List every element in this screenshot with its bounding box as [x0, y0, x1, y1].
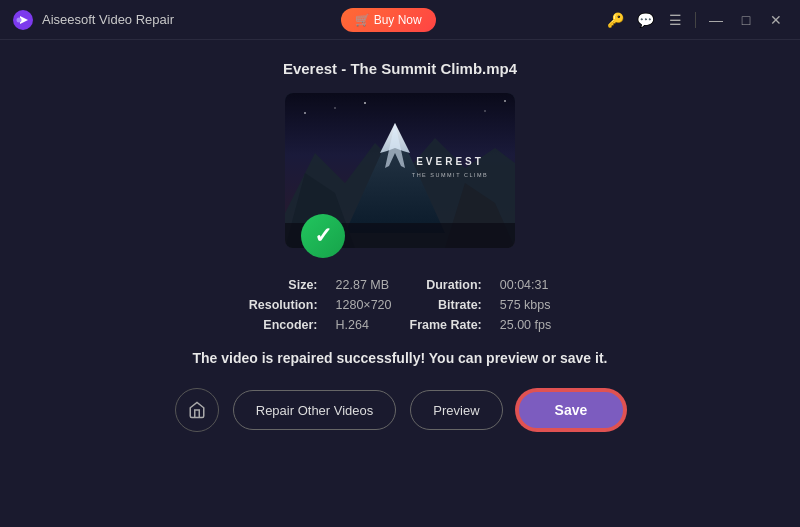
encoder-value: H.264 [336, 318, 392, 332]
svg-point-15 [504, 100, 506, 102]
title-bar-right: 🔑 💬 ☰ — □ ✕ [603, 8, 788, 32]
bitrate-label: Bitrate: [410, 298, 482, 312]
svg-point-13 [364, 102, 366, 104]
size-value: 22.87 MB [336, 278, 392, 292]
divider [695, 12, 696, 28]
success-message: The video is repaired successfully! You … [193, 350, 608, 366]
size-label: Size: [249, 278, 318, 292]
video-thumbnail-wrapper: EVEREST THE SUMMIT CLIMB ✓ [285, 93, 515, 248]
preview-button[interactable]: Preview [410, 390, 502, 430]
app-logo [12, 9, 34, 31]
svg-point-12 [334, 107, 336, 109]
chat-icon[interactable]: 💬 [633, 8, 657, 32]
resolution-value: 1280×720 [336, 298, 392, 312]
key-icon[interactable]: 🔑 [603, 8, 627, 32]
bitrate-value: 575 kbps [500, 298, 551, 312]
video-title: Everest - The Summit Climb.mp4 [283, 60, 517, 77]
action-buttons: Repair Other Videos Preview Save [175, 388, 626, 432]
duration-value: 00:04:31 [500, 278, 551, 292]
duration-label: Duration: [410, 278, 482, 292]
encoder-label: Encoder: [249, 318, 318, 332]
title-bar: Aiseesoft Video Repair 🛒 Buy Now 🔑 💬 ☰ —… [0, 0, 800, 40]
title-bar-left: Aiseesoft Video Repair [12, 9, 174, 31]
buy-now-button[interactable]: 🛒 Buy Now [341, 8, 435, 32]
svg-point-14 [484, 110, 486, 112]
menu-icon[interactable]: ☰ [663, 8, 687, 32]
maximize-button[interactable]: □ [734, 8, 758, 32]
framerate-value: 25.00 fps [500, 318, 551, 332]
svg-point-11 [304, 112, 306, 114]
svg-text:THE SUMMIT CLIMB: THE SUMMIT CLIMB [412, 172, 488, 178]
minimize-button[interactable]: — [704, 8, 728, 32]
main-content: Everest - The Summit Climb.mp4 [0, 40, 800, 527]
video-info-table: Size: 22.87 MB Duration: 00:04:31 Resolu… [249, 278, 551, 332]
svg-text:EVEREST: EVEREST [416, 156, 484, 167]
resolution-label: Resolution: [249, 298, 318, 312]
success-badge: ✓ [301, 214, 345, 258]
repair-other-button[interactable]: Repair Other Videos [233, 390, 397, 430]
close-button[interactable]: ✕ [764, 8, 788, 32]
home-button[interactable] [175, 388, 219, 432]
title-bar-center: 🛒 Buy Now [341, 8, 435, 32]
save-button[interactable]: Save [517, 390, 626, 430]
framerate-label: Frame Rate: [410, 318, 482, 332]
svg-point-2 [17, 17, 22, 22]
app-title: Aiseesoft Video Repair [42, 12, 174, 27]
